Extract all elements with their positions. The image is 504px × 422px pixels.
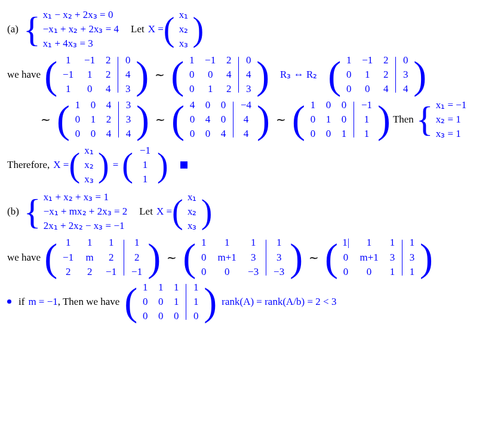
then-text: Then: [393, 113, 414, 126]
let-text-b: Let: [139, 205, 153, 218]
system-brace-a: { x₁ − x₂ + 2x₃ = 0 −x₁ + x₂ + 2x₃ = 4 x…: [23, 8, 119, 50]
b-bullet-line: if m = −1 , Then we have ( 111 001 000 1…: [7, 281, 497, 323]
equals-sign: =: [113, 158, 119, 172]
matrix-a-m4: ( 104 012 004 3 3 4 ): [57, 99, 149, 140]
if-text: if: [19, 295, 24, 308]
x-vector-a2: ( x₁ x₂ x₃ ): [69, 143, 109, 187]
m-condition: m = −1: [28, 295, 57, 308]
row-op-a: R₃ ↔ R₂: [280, 68, 317, 81]
we-have-a: we have: [7, 68, 41, 81]
eq-b-2: −x₁ + mx₂ + 2x₃ = 2: [44, 205, 128, 218]
sol-a-3: x₃ = 1: [436, 127, 467, 140]
x-eq-b: X =: [156, 205, 172, 218]
matrix-a-m2: ( 1−12 004 012 0 4 3 ): [171, 54, 269, 96]
bullet-icon: [7, 299, 11, 304]
we-have-b: we have: [7, 251, 41, 264]
matrix-b-m3: ( 1|11 0m+13 001 1 3 1 ): [325, 236, 433, 278]
qed-icon: [180, 161, 188, 169]
matrix-b-m4: ( 111 001 000 1 1 0 ): [124, 281, 217, 323]
b-row1: we have ( 111 −1m2 22−1 1 2 −1 ) ∼ ( 111…: [7, 236, 497, 278]
tilde-icon: ∼: [276, 112, 286, 127]
x-eq-a: X =: [148, 23, 164, 36]
eq-b-1: x₁ + x₂ + x₃ = 1: [44, 191, 128, 204]
matrix-b-m2: ( 111 0m+13 00−3 1 3 −3 ): [183, 236, 303, 278]
part-b-system: (b) { x₁ + x₂ + x₃ = 1 −x₁ + mx₂ + 2x₃ =…: [7, 189, 497, 234]
then-text-b: , Then we have: [58, 295, 120, 308]
sol-a-1: x₁ = −1: [436, 99, 467, 112]
tilde-icon: ∼: [167, 250, 177, 265]
sol-a-2: x₂ = 1: [436, 113, 467, 126]
tilde-icon: ∼: [309, 250, 319, 265]
x-vector-b: ( x₁ x₂ x₃ ): [172, 189, 212, 234]
part-a-label: (a): [7, 23, 19, 36]
rank-statement: rank(A) = rank(A/b) = 2 < 3: [222, 295, 336, 308]
matrix-a-m5: ( 400 040 004 −4 4 4 ): [171, 99, 270, 140]
eq-a-3: x₁ + 4x₃ = 3: [43, 37, 119, 50]
sol-vector-a: ( −1 1 1 ): [122, 143, 168, 187]
matrix-a-m6: ( 100 010 001 −1 1 1 ): [292, 99, 391, 140]
x-eq-a2: X =: [53, 158, 69, 172]
a-row2: ∼ ( 104 012 004 3 3 4 ) ∼ ( 400 040 004: [41, 99, 497, 140]
tilde-icon: ∼: [155, 67, 165, 82]
a-row1: we have ( 1−12 −112 104 0 4 3 ) ∼ ( 1−12…: [7, 54, 497, 96]
x-vector-a: ( x₁ x₂ x₃ ): [164, 7, 204, 51]
solution-brace-a: { x₁ = −1 x₂ = 1 x₃ = 1: [416, 99, 467, 140]
matrix-a-m1: ( 1−12 −112 104 0 4 3 ): [44, 54, 149, 96]
tilde-icon: ∼: [41, 112, 51, 127]
system-brace-b: { x₁ + x₂ + x₃ = 1 −x₁ + mx₂ + 2x₃ = 2 2…: [24, 191, 127, 233]
eq-a-1: x₁ − x₂ + 2x₃ = 0: [43, 8, 119, 22]
part-b-label: (b): [7, 205, 19, 218]
eq-b-3: 2x₁ + 2x₂ − x₃ = −1: [44, 219, 128, 233]
let-text-a: Let: [131, 23, 145, 36]
matrix-b-m1: ( 111 −1m2 22−1 1 2 −1 ): [44, 236, 161, 278]
eq-a-2: −x₁ + x₂ + 2x₃ = 4: [43, 23, 119, 36]
matrix-a-m3: ( 1−12 012 004 0 3 4 ): [328, 54, 426, 96]
a-therefore-line: Therefore, X = ( x₁ x₂ x₃ ) = ( −1 1 1 ): [7, 143, 497, 187]
part-a-system: (a) { x₁ − x₂ + 2x₃ = 0 −x₁ + x₂ + 2x₃ =…: [7, 7, 497, 51]
tilde-icon: ∼: [155, 112, 165, 127]
therefore-text: Therefore,: [7, 158, 50, 172]
